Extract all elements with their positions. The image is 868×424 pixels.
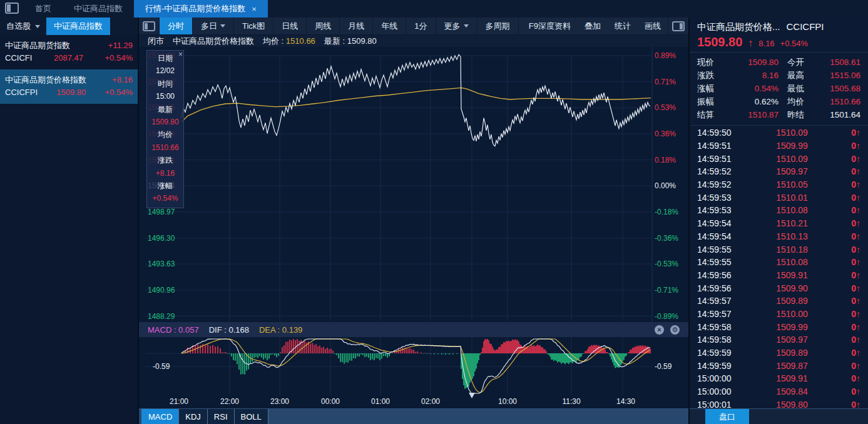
panel-symbol-name: 中证商品期货价格... [697,21,780,33]
tick-row: 14:59:531510.080↑ [697,204,860,217]
tooltip-value: 1510.66 [147,141,183,154]
tooltip-value: 15:00 [147,90,183,103]
period-label: 年线 [381,21,397,32]
tick-volume: 0↑ [842,141,860,151]
up-arrow-icon: ↑ [748,38,753,49]
watchlist-group-dropdown[interactable]: 自选股 [0,21,46,32]
tool-button-叠加[interactable]: 叠加 [578,18,608,34]
watchlist-panel: 自选股 中证商品指数 中证商品期货指数+11.29CCICFI2087.47+0… [0,18,139,424]
quote-label: 现价 [697,57,723,68]
watchlist-item[interactable]: 中证商品期货价格指数+8.16CCICFPI1509.80+0.54% [0,69,138,104]
period-label: 月线 [348,21,364,32]
macd-axis-label-left: -0.59 [153,362,170,371]
indicator-tab-BOLL[interactable]: BOLL [234,409,268,424]
chart-collapse-right[interactable] [668,18,688,34]
chart-collapse-left[interactable] [139,18,160,34]
quote-value: 0.62% [723,97,779,106]
tick-row: 15:00:001509.840↑ [697,385,860,398]
time-axis-label: 00:00 [321,397,340,406]
sidebar-toggle-icon[interactable] [5,3,19,14]
period-button-分时[interactable]: 分时 [160,18,193,34]
period-button-1分[interactable]: 1分 [406,18,436,34]
tick-price: 1510.18 [742,245,842,255]
tick-price: 1509.91 [742,373,842,383]
tick-price: 1509.84 [742,386,842,396]
tab-csi-commodity-index[interactable]: 中证商品指数 [63,0,134,18]
tick-volume: 0↑ [842,270,860,280]
period-button-多日[interactable]: 多日 [193,18,234,34]
tick-volume: 0↑ [842,231,860,241]
tab-home[interactable]: 首页 [24,0,63,18]
pankou-tab[interactable]: 盘口 [705,409,749,424]
tab-close-icon[interactable]: × [252,4,257,14]
tick-row: 14:59:561509.900↑ [697,281,860,295]
pct-axis-label: -0.36% [655,234,678,243]
time-axis: 21:0022:0023:0000:0001:0002:0010:0011:30… [139,395,688,408]
period-button-日线[interactable]: 日线 [273,18,307,34]
quote-panel: 中证商品期货价格... CCICFPI 1509.80 ↑ 8.16 +0.54… [688,18,868,424]
tick-price: 1510.21 [742,218,842,228]
tick-time: 14:59:54 [697,231,742,241]
pct-axis-label: 0.89% [655,51,676,60]
indicator-tab-MACD[interactable]: MACD [141,409,179,424]
time-axis-label: 23:00 [270,397,289,406]
period-button-周线[interactable]: 周线 [307,18,340,34]
period-label: Tick图 [242,21,265,32]
symbol-name: 中证商品期货指数 [5,39,70,52]
indicator-tab-RSI[interactable]: RSI [207,409,235,424]
tick-row: 14:59:591509.870↑ [697,359,860,372]
period-button-月线[interactable]: 月线 [340,18,373,34]
period-button-Tick图[interactable]: Tick图 [234,18,273,34]
toolbar-right-group: F9深度资料叠加统计画线 [522,18,688,34]
tick-row: 14:59:571509.890↑ [697,295,860,308]
chart-symbol-name: 中证商品期货价格指数 [173,36,254,47]
watchlist-tab-csi[interactable]: 中证商品指数 [46,18,110,35]
tick-time: 14:59:50 [697,128,742,138]
tick-volume: 0↑ [842,205,860,215]
quote-label: 最高 [787,70,816,81]
time-axis-label: 02:00 [421,397,440,406]
indicator-tab-KDJ[interactable]: KDJ [178,409,208,424]
quote-label: 均价 [787,96,816,108]
tick-volume: 0↑ [842,218,860,228]
quote-row: 涨幅0.54%最低1505.68 [697,82,860,95]
tool-button-统计[interactable]: 统计 [608,18,638,34]
macd-chart[interactable] [139,337,688,395]
pct-axis-label: -0.71% [655,286,678,295]
tool-button-画线[interactable]: 画线 [638,18,668,34]
intraday-chart[interactable]: 1514.991512.321509.651506.981504.311501.… [139,47,688,322]
tick-time: 14:59:56 [697,283,742,293]
macd-close-icon[interactable]: × [655,325,664,335]
quote-value: 1510.66 [816,97,860,106]
symbol-code: CCICFI [5,52,32,64]
tick-price: 1509.91 [742,270,842,280]
tick-price: 1510.01 [742,193,842,203]
tool-button-F9深度资料[interactable]: F9深度资料 [522,18,578,34]
quote-label: 结算 [697,109,723,121]
period-button-更多[interactable]: 更多 [436,18,477,34]
tick-price: 1509.87 [742,361,842,371]
tab-quote-active[interactable]: 行情-中证商品期货价格指数 × [134,0,268,18]
tooltip-label: 涨跌 [147,154,183,166]
quote-label: 今开 [787,57,816,68]
time-axis-label: 11:30 [562,397,580,406]
macd-settings-icon[interactable]: ⚙ [670,325,680,335]
panel-change: 8.16 [758,39,774,48]
time-axis-label: 10:00 [498,397,517,406]
tooltip-label: 涨幅 [147,179,183,192]
period-button-多周期[interactable]: 多周期 [477,18,519,34]
period-label: 多周期 [486,21,510,32]
tick-volume: 0↑ [842,322,860,332]
tick-row: 15:00:001509.910↑ [697,372,860,385]
period-button-年线[interactable]: 年线 [373,18,406,34]
pct-axis-label: -0.53% [655,260,678,268]
tooltip-label: 时间 [147,78,183,90]
tick-volume: 0↑ [842,166,860,176]
period-label: 1分 [414,21,427,32]
price-axis-label: 1493.63 [148,260,175,268]
symbol-price: 1509.80 [56,86,86,99]
tooltip-close-icon[interactable]: × [178,51,183,58]
watchlist-item[interactable]: 中证商品期货指数+11.29CCICFI2087.47+0.54% [0,35,138,69]
tick-time: 14:59:51 [697,154,742,164]
tick-list[interactable]: 14:59:501510.090↑14:59:511509.990↑14:59:… [690,125,868,410]
